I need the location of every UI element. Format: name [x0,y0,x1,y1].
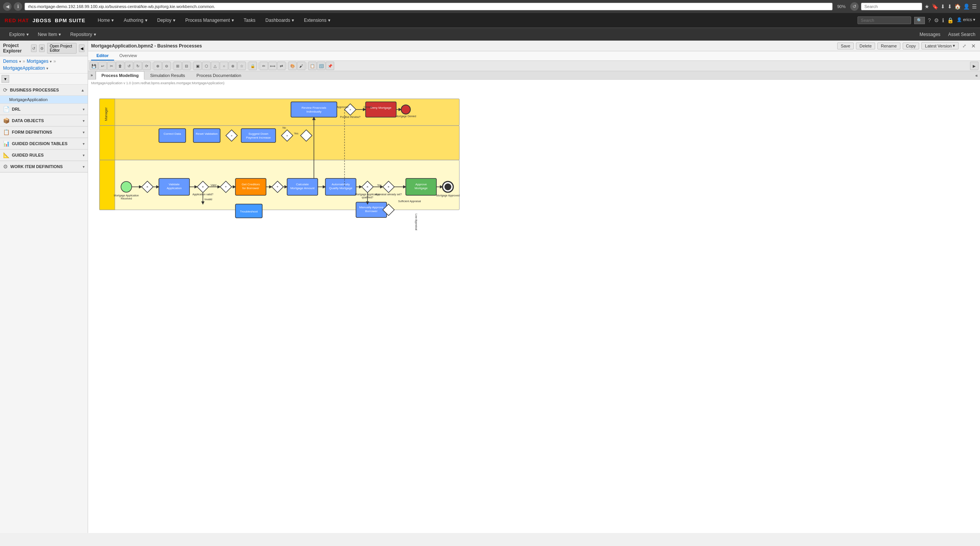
rename-button[interactable]: Rename [877,43,900,49]
shape4-btn[interactable]: ○ [220,62,228,70]
tree-item-mortgage-app[interactable]: MortgageApplication [0,96,88,103]
back-button[interactable]: ◀ [3,2,11,11]
guided-decision-tables-header[interactable]: 📊 GUIDED DECISION TABLES ▾ [0,138,88,149]
breadcrumb-mortgages[interactable]: Mortgages [27,59,49,64]
cut-btn[interactable]: ✂ [107,62,116,70]
data-objects-header[interactable]: 📦 DATA OBJECTS ▾ [0,115,88,126]
save-button[interactable]: Save [837,43,854,49]
star-icon[interactable]: ★ [924,3,929,10]
tab-editor[interactable]: Editor [91,51,114,60]
business-processes-section: ⟳ BUSINESS PROCESSES ▲ MortgageApplicati… [0,85,88,104]
repository-dropdown-icon: ▾ [94,32,96,37]
guided-rules-header[interactable]: 📐 GUIDED RULES ▾ [0,150,88,161]
nav-item-tasks[interactable]: Tasks [239,13,260,28]
latest-version-dropdown[interactable]: Latest Version ▾ [921,42,959,49]
url-bar[interactable]: rhcs-mortgage-demo.192.168.99.100.xip.io… [24,3,833,10]
shape6-btn[interactable]: ☆ [237,62,246,70]
new-item-dropdown-icon: ▾ [59,32,61,37]
business-processes-header[interactable]: ⟳ BUSINESS PROCESSES ▲ [0,85,88,96]
canvas-collapse-btn[interactable]: « [973,71,980,79]
breadcrumb-demos[interactable]: Demos [3,59,18,64]
align-btn[interactable]: ⊞ [173,62,182,70]
zoom-out-btn[interactable]: ⊖ [162,62,171,70]
nav-repository[interactable]: Repository ▾ [65,28,100,41]
refresh-btn[interactable]: ⟳ [142,62,151,70]
undo2-btn[interactable]: ↺ [125,62,133,70]
shape3-btn[interactable]: △ [211,62,219,70]
refresh-button[interactable]: ↺ [850,2,859,11]
nav-explore[interactable]: Explore ▾ [5,28,33,41]
user-menu[interactable]: 👤 erics ▾ [957,17,975,23]
settings-project-btn[interactable]: ⚙ [39,44,45,52]
undo-btn[interactable]: ↩ [98,62,107,70]
home-icon[interactable]: 🏠 [954,3,961,10]
pm-tab-process-modelling[interactable]: Process Modelling [96,71,144,80]
distribute-btn[interactable]: ⊟ [182,62,191,70]
avatar-icon[interactable]: 👤 [963,3,970,10]
pm-tab-simulation-results-label: Simulation Results [150,73,185,78]
browser-search-input[interactable] [861,3,922,10]
nav-item-extensions[interactable]: Extensions ▾ [299,13,335,28]
svg-text:×: × [286,134,288,137]
bpmn-diagram[interactable]: Manager Mortgage Application Received × [88,80,980,533]
settings-icon[interactable]: ⚙ [934,17,939,23]
search-button[interactable]: 🔍 [914,17,925,24]
info-button[interactable]: ℹ [14,2,22,11]
lock-btn[interactable]: 🔒 [248,62,257,70]
bookmark-icon[interactable]: 🔖 [932,3,938,10]
format2-btn[interactable]: ⟺ [268,62,277,70]
delete-toolbar-btn[interactable]: 🗑 [116,62,124,70]
pm-tab-process-documentation[interactable]: Process Documentation [191,71,247,79]
tab-overview[interactable]: Overview [114,51,142,60]
redo-btn[interactable]: ↻ [134,62,142,70]
misc2-btn[interactable]: 🔢 [317,62,325,70]
open-project-editor-btn[interactable]: Open Project Editor [47,43,77,54]
shape5-btn[interactable]: ⊕ [229,62,237,70]
top-nav-search-input[interactable] [858,16,911,24]
lock-icon[interactable]: 🔒 [947,17,954,23]
delete-button[interactable]: Delete [856,43,875,49]
asset-search-link[interactable]: Asset Search [948,32,975,37]
mortgages-dropdown-icon[interactable]: ▾ [50,59,52,64]
demos-dropdown-icon[interactable]: ▾ [19,59,21,64]
color2-btn[interactable]: 🖌 [297,62,305,70]
pm-tab-simulation-results[interactable]: Simulation Results [144,71,191,79]
breadcrumb-sep1: » [23,59,25,64]
breadcrumb-mortgage-app[interactable]: MortgageApplication [3,65,45,71]
nav-item-home[interactable]: Home ▾ [93,13,118,28]
toolbar-right-btn[interactable]: ▶ [970,62,978,70]
nav-item-dashboards[interactable]: Dashboards ▾ [261,13,299,28]
format3-btn[interactable]: ⇄ [277,62,286,70]
shape1-btn[interactable]: ▣ [193,62,202,70]
misc1-btn[interactable]: 📋 [308,62,317,70]
collapse-sidebar-btn[interactable]: ◀ [79,44,85,52]
help-icon[interactable]: ? [928,17,931,23]
nav-item-deploy[interactable]: Deploy ▾ [153,13,180,28]
save-toolbar-btn[interactable]: 💾 [90,62,98,70]
download-icon[interactable]: ⬇ [941,3,945,10]
svg-text:Automatically: Automatically [332,183,350,186]
mortgage-app-dropdown-icon[interactable]: ▾ [46,66,48,70]
copy-button[interactable]: Copy [903,43,920,49]
zoom-in-btn[interactable]: ⊕ [154,62,162,70]
about-icon[interactable]: ℹ [942,17,944,23]
misc3-btn[interactable]: 📌 [326,62,334,70]
refresh-project-btn[interactable]: ↺ [31,44,37,52]
format1-btn[interactable]: ✏ [260,62,268,70]
authoring-dropdown-icon: ▾ [145,18,147,23]
drl-header[interactable]: 📄 DRL ▾ [0,104,88,115]
messages-link[interactable]: Messages [920,32,941,37]
form-definitions-header[interactable]: 📋 FORM DEFINITIONS ▾ [0,127,88,138]
menu-icon[interactable]: ☰ [972,3,977,10]
work-item-definitions-header[interactable]: ⚙ WORK ITEM DEFINITIONS ▾ [0,161,88,172]
close-editor-btn[interactable]: ✕ [970,43,977,49]
pm-tabs-toggle[interactable]: » [88,71,96,79]
nav-new-item[interactable]: New Item ▾ [33,28,66,41]
color1-btn[interactable]: 🎨 [288,62,297,70]
expand-editor-btn[interactable]: ⤢ [961,43,968,49]
filter-toggle-btn[interactable]: ▼ [2,75,9,83]
download2-icon[interactable]: ⬇ [947,3,952,10]
shape2-btn[interactable]: ⬡ [202,62,211,70]
nav-item-process-management[interactable]: Process Management ▾ [181,13,238,28]
nav-item-authoring[interactable]: Authoring ▾ [119,13,152,28]
